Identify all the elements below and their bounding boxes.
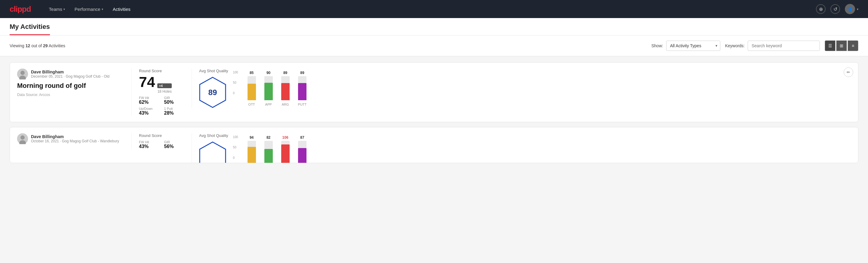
activity-card: Dave Billingham December 05, 2021 · Gog … — [10, 62, 858, 122]
avg-shot-quality-section: Avg Shot Quality 100 50 0 94 — [192, 133, 330, 163]
avg-shot-label: Avg Shot Quality — [199, 133, 228, 138]
bar-arg: 106 ARG — [281, 136, 290, 164]
hex-score-value: 89 — [209, 88, 217, 97]
view-toggle-buttons: ☰ ⊞ ≡ — [825, 40, 858, 51]
refresh-icon: ↺ — [833, 6, 837, 12]
navbar: clippd Teams ▾ Performance ▾ Activities … — [0, 0, 868, 18]
score-badge: +4 — [157, 83, 172, 88]
nav-right: ⊕ ↺ 👤 ▾ — [816, 4, 858, 14]
compact-view-icon: ≡ — [852, 43, 854, 48]
bar-putt-fill — [298, 83, 307, 100]
user-info: Dave Billingham October 16, 2021 · Gog M… — [31, 134, 119, 143]
chart-y-axis: 100 50 0 — [233, 136, 238, 159]
refresh-button[interactable]: ↺ — [830, 4, 840, 14]
avatar: 👤 — [845, 4, 855, 14]
score-value: 74 — [139, 75, 155, 89]
keywords-filter-group: Keywords: — [725, 40, 820, 51]
data-source: Data Source: Arccos — [17, 93, 124, 97]
edit-button[interactable]: ✏ — [844, 67, 853, 77]
holes-label: 18 Holes — [157, 89, 172, 94]
round-score-label: Round Score — [139, 133, 184, 138]
add-icon: ⊕ — [819, 6, 823, 12]
chart-y-axis: 100 50 0 — [233, 71, 238, 95]
shot-quality-chart: 100 50 0 85 OTT 90 — [236, 71, 309, 106]
bar-app: 90 APP — [265, 71, 273, 106]
bar-ott-fill — [248, 84, 256, 100]
avg-shot-quality-section: Avg Shot Quality 89 100 50 0 85 — [192, 68, 330, 108]
bar-ott: 94 OTT — [248, 136, 256, 164]
user-avatar-menu[interactable]: 👤 ▾ — [845, 4, 858, 14]
svg-marker-7 — [200, 142, 225, 163]
nav-teams[interactable]: Teams ▾ — [45, 4, 69, 14]
user-row: Dave Billingham October 16, 2021 · Gog M… — [17, 133, 124, 144]
keywords-label: Keywords: — [725, 43, 745, 48]
keyword-search-input[interactable] — [748, 40, 820, 51]
user-name: Dave Billingham — [31, 69, 110, 74]
activity-type-select-wrapper: All Activity Types — [666, 40, 720, 51]
activities-list: Dave Billingham December 05, 2021 · Gog … — [0, 56, 868, 174]
hex-quality: Avg Shot Quality — [199, 133, 228, 163]
round-score-section: Round Score 74 +4 18 Holes FW Hit 62% GI… — [131, 68, 192, 116]
stat-fw-hit: FW Hit 43% — [139, 140, 159, 149]
list-view-icon: ☰ — [828, 43, 832, 48]
bar-arg-fill — [281, 83, 290, 100]
nav-performance[interactable]: Performance ▾ — [71, 4, 107, 14]
card-left: Dave Billingham October 16, 2021 · Gog M… — [17, 133, 131, 146]
avatar — [17, 133, 28, 144]
stat-fw-hit: FW Hit 62% — [139, 96, 159, 105]
svg-point-1 — [21, 71, 25, 75]
round-score-section: Round Score FW Hit 43% GIR 56% — [131, 133, 192, 149]
bar-app-fill — [265, 83, 273, 100]
bar-chart: 85 OTT 90 APP 89 — [245, 71, 309, 106]
teams-chevron-icon: ▾ — [63, 7, 65, 11]
performance-chevron-icon: ▾ — [102, 7, 103, 11]
user-row: Dave Billingham December 05, 2021 · Gog … — [17, 68, 124, 80]
shot-quality-chart: 100 50 0 94 OTT 82 — [236, 136, 309, 164]
score-detail: +4 18 Holes — [157, 83, 172, 94]
viewing-count-text: Viewing 12 out of 29 Activities — [10, 43, 647, 48]
grid-view-icon: ⊞ — [840, 43, 843, 48]
add-button[interactable]: ⊕ — [816, 4, 826, 14]
avg-shot-label: Avg Shot Quality — [199, 68, 228, 73]
list-view-button[interactable]: ☰ — [825, 40, 836, 51]
bar-putt: 89 PUTT — [298, 71, 307, 106]
user-info: Dave Billingham December 05, 2021 · Gog … — [31, 69, 110, 79]
show-label: Show: — [651, 43, 663, 48]
stat-updown: Up/Down 43% — [139, 107, 159, 116]
round-score-label: Round Score — [139, 68, 184, 73]
nav-activities[interactable]: Activities — [109, 4, 134, 14]
stat-gir: GIR 50% — [164, 96, 185, 105]
user-meta: October 16, 2021 · Gog Magog Golf Club -… — [31, 139, 119, 143]
stat-grid: FW Hit 43% GIR 56% — [139, 140, 184, 149]
nav-items: Teams ▾ Performance ▾ Activities — [45, 4, 816, 14]
activity-card: Dave Billingham October 16, 2021 · Gog M… — [10, 127, 858, 163]
avatar — [17, 68, 28, 80]
edit-icon: ✏ — [847, 70, 850, 75]
hex-score-display — [199, 141, 226, 163]
avatar-icon: 👤 — [847, 7, 852, 11]
logo[interactable]: clippd — [10, 4, 31, 14]
bar-chart: 94 OTT 82 APP 106 — [245, 136, 309, 164]
activity-type-select[interactable]: All Activity Types — [666, 40, 720, 51]
page-header: My Activities — [0, 18, 868, 35]
hex-quality: Avg Shot Quality 89 — [199, 68, 228, 108]
bar-arg: 89 ARG — [281, 71, 290, 106]
avatar-chevron-icon: ▾ — [857, 7, 858, 11]
stat-1putt: 1 Putt 28% — [164, 107, 185, 116]
stat-grid: FW Hit 62% GIR 50% Up/Down 43% 1 Putt 28… — [139, 96, 184, 116]
hex-score-display: 89 — [199, 77, 226, 108]
round-score-row: 74 +4 18 Holes — [139, 75, 184, 94]
user-name: Dave Billingham — [31, 134, 119, 139]
stat-gir: GIR 56% — [164, 140, 185, 149]
svg-point-5 — [21, 136, 25, 140]
page-title: My Activities — [10, 23, 50, 35]
round-title: Morning round of golf — [17, 82, 124, 90]
toolbar: Viewing 12 out of 29 Activities Show: Al… — [0, 35, 868, 56]
card-left: Dave Billingham December 05, 2021 · Gog … — [17, 68, 131, 97]
grid-view-button[interactable]: ⊞ — [836, 40, 847, 51]
compact-view-button[interactable]: ≡ — [847, 40, 858, 51]
user-meta: December 05, 2021 · Gog Magog Golf Club … — [31, 74, 110, 79]
bar-app: 82 APP — [265, 136, 273, 164]
bar-putt: 87 PUTT — [298, 136, 307, 164]
show-filter-group: Show: All Activity Types — [651, 40, 720, 51]
